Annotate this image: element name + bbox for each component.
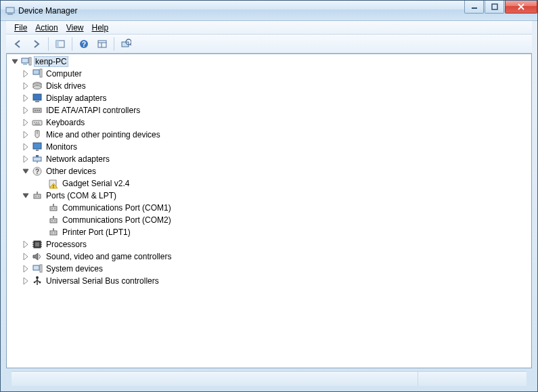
pc-icon (21, 56, 32, 67)
menu-bar: File Action View Help (6, 21, 532, 35)
monitor-icon (32, 141, 43, 152)
tree-device-item[interactable]: Communications Port (COM1) (7, 202, 531, 214)
minimize-button[interactable] (464, 1, 484, 14)
window-title: Device Manager (18, 6, 464, 16)
tree-category-sound[interactable]: Sound, video and game controllers (7, 251, 531, 263)
toolbar-separator (72, 37, 72, 51)
tree-category-ports[interactable]: Ports (COM & LPT) (7, 190, 531, 202)
expander-spacer (37, 227, 47, 238)
expander-icon[interactable] (20, 251, 31, 262)
node-label: Communications Port (COM2) (61, 215, 173, 225)
tree-category-computer[interactable]: Computer (7, 68, 531, 80)
system-icon (32, 263, 43, 274)
warning-icon (48, 178, 59, 189)
maximize-button[interactable] (485, 1, 504, 14)
tree-category-display[interactable]: Display adapters (7, 92, 531, 104)
node-label: Mice and other pointing devices (45, 129, 162, 140)
menu-action[interactable]: Action (31, 22, 62, 34)
expander-icon[interactable] (20, 276, 31, 286)
show-hide-tree-button[interactable] (52, 37, 68, 51)
computer-icon (32, 68, 43, 79)
node-label: IDE ATA/ATAPI controllers (45, 105, 141, 116)
tree-category-system[interactable]: System devices (7, 263, 531, 275)
sound-icon (32, 251, 43, 262)
tree-category-keyboards[interactable]: Keyboards (7, 116, 531, 129)
node-label: Communications Port (COM1) (61, 202, 173, 213)
window-controls (464, 1, 537, 20)
menu-file[interactable]: File (10, 22, 31, 34)
svg-rect-5 (56, 41, 59, 47)
tree-device-item[interactable]: Communications Port (COM2) (7, 214, 531, 226)
device-tree-panel[interactable]: kenp-PC Computer Disk drives Display ada… (6, 53, 532, 368)
help-button[interactable]: ? (76, 37, 92, 51)
node-label: Display adapters (45, 93, 108, 104)
expander-icon[interactable] (9, 56, 20, 67)
node-label: Sound, video and game controllers (45, 251, 173, 262)
app-icon (5, 5, 16, 16)
port-icon (32, 190, 43, 201)
menu-view[interactable]: View (62, 22, 88, 34)
tree-category-network[interactable]: Network adapters (7, 153, 531, 165)
expander-icon[interactable] (20, 68, 31, 79)
menu-help[interactable]: Help (88, 22, 113, 34)
tree-category-disk[interactable]: Disk drives (7, 80, 531, 92)
tree-root-node[interactable]: kenp-PC (7, 56, 531, 68)
forward-button[interactable] (28, 37, 45, 51)
tree-category-processors[interactable]: Processors (7, 238, 531, 251)
device-manager-window: Device Manager File Action View Help ? k… (0, 0, 538, 392)
tree-category-ide[interactable]: IDE ATA/ATAPI controllers (7, 104, 531, 116)
tree-category-mice[interactable]: Mice and other pointing devices (7, 129, 531, 141)
toolbar: ? (6, 35, 532, 53)
node-label: kenp-PC (34, 56, 68, 67)
node-label: Universal Serial Bus controllers (45, 276, 160, 286)
tree-device-item[interactable]: Printer Port (LPT1) (7, 226, 531, 238)
svg-rect-0 (6, 7, 14, 13)
properties-button[interactable] (94, 37, 110, 51)
tree-category-usb[interactable]: Universal Serial Bus controllers (7, 275, 531, 287)
other-icon (32, 166, 43, 177)
node-label: System devices (45, 263, 104, 274)
disk-icon (32, 81, 43, 91)
expander-icon[interactable] (20, 141, 31, 152)
expander-icon[interactable] (20, 117, 31, 128)
network-icon (32, 154, 43, 165)
device-tree: kenp-PC Computer Disk drives Display ada… (7, 56, 531, 287)
expander-icon[interactable] (20, 129, 31, 140)
node-label: Printer Port (LPT1) (61, 227, 132, 238)
usb-icon (32, 276, 43, 286)
tree-category-other[interactable]: Other devices (7, 165, 531, 177)
tree-device-item[interactable]: Gadget Serial v2.4 (7, 177, 531, 190)
node-label: Disk drives (45, 81, 87, 91)
expander-icon[interactable] (20, 239, 31, 250)
expander-icon[interactable] (20, 154, 31, 165)
title-bar: Device Manager (1, 1, 537, 21)
tree-category-monitors[interactable]: Monitors (7, 141, 531, 153)
mouse-icon (32, 129, 43, 140)
toolbar-separator (114, 37, 114, 51)
node-label: Computer (45, 68, 83, 79)
keyboard-icon (32, 117, 43, 128)
port-icon (48, 202, 59, 213)
expander-icon[interactable] (20, 190, 31, 201)
expander-icon[interactable] (20, 263, 31, 274)
expander-icon[interactable] (20, 105, 31, 116)
expander-icon[interactable] (20, 81, 31, 91)
expander-spacer (37, 202, 47, 213)
node-label: Processors (45, 239, 88, 250)
status-cell (12, 372, 418, 386)
svg-rect-3 (492, 4, 497, 9)
ide-icon (32, 105, 43, 116)
back-button[interactable] (10, 37, 26, 51)
expander-spacer (37, 178, 47, 189)
node-label: Keyboards (45, 117, 86, 128)
expander-icon[interactable] (20, 166, 31, 177)
close-button[interactable] (505, 1, 537, 14)
node-label: Monitors (45, 141, 79, 152)
status-bar (12, 371, 526, 386)
port-icon (48, 215, 59, 225)
scan-hardware-button[interactable] (118, 37, 134, 51)
content-area: kenp-PC Computer Disk drives Display ada… (6, 53, 532, 391)
svg-rect-8 (98, 41, 106, 47)
status-cell (418, 372, 526, 386)
expander-icon[interactable] (20, 93, 31, 104)
